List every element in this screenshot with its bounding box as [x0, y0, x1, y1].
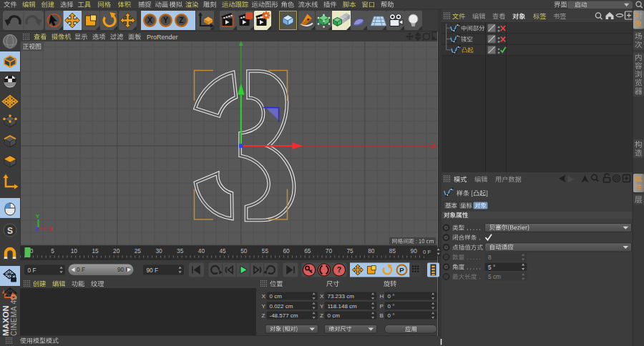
svg-text:-48.577 cm: -48.577 cm — [270, 312, 298, 319]
svg-text:0.022 cm: 0.022 cm — [270, 303, 293, 310]
svg-text:0 °: 0 ° — [388, 312, 395, 319]
svg-text:5 °: 5 ° — [488, 264, 495, 271]
svg-text:Z: Z — [320, 312, 323, 319]
svg-text:Y: Y — [163, 16, 168, 24]
svg-text:85: 85 — [389, 247, 396, 254]
svg-text:Z: Z — [36, 226, 39, 232]
svg-text:X: X — [320, 293, 324, 300]
svg-text:5: 5 — [51, 247, 54, 254]
svg-text:15: 15 — [92, 247, 99, 254]
svg-text:Y: Y — [262, 303, 266, 310]
svg-text:H: H — [380, 293, 384, 300]
svg-text:90 F: 90 F — [147, 267, 159, 274]
svg-text:X: X — [147, 16, 152, 24]
svg-text:ProRender: ProRender — [147, 34, 178, 41]
svg-text:MAXON: MAXON — [1, 305, 10, 336]
svg-text:P: P — [399, 266, 404, 274]
svg-text:25: 25 — [135, 247, 142, 254]
svg-text:0 F: 0 F — [423, 249, 431, 255]
svg-text:CINEMA 4D: CINEMA 4D — [10, 295, 18, 336]
svg-text:0 cm: 0 cm — [328, 312, 341, 319]
svg-text:45: 45 — [219, 247, 226, 254]
svg-text:118.148 cm: 118.148 cm — [328, 303, 358, 310]
svg-text:0 cm: 0 cm — [270, 293, 283, 300]
svg-text:?: ? — [337, 265, 341, 274]
svg-text:65: 65 — [304, 247, 311, 254]
svg-text:50: 50 — [240, 247, 248, 254]
svg-text:B: B — [380, 312, 384, 319]
svg-text:8: 8 — [488, 254, 492, 261]
svg-text:35: 35 — [177, 247, 184, 254]
svg-text:80: 80 — [368, 247, 375, 254]
svg-text:P: P — [380, 303, 384, 310]
svg-text:20: 20 — [113, 247, 120, 254]
svg-text:30: 30 — [155, 247, 162, 254]
svg-text:0 °: 0 ° — [388, 303, 395, 310]
svg-text:0 F: 0 F — [77, 266, 85, 273]
svg-text:Y: Y — [320, 303, 324, 310]
svg-text:90: 90 — [411, 247, 418, 254]
svg-text:75: 75 — [347, 247, 354, 254]
svg-text:Z: Z — [179, 16, 184, 24]
svg-text:Y: Y — [36, 213, 40, 219]
svg-text:X: X — [49, 226, 53, 232]
svg-text:Z: Z — [262, 312, 265, 319]
svg-text:55: 55 — [262, 247, 269, 254]
svg-text:70: 70 — [326, 247, 333, 254]
svg-text:60: 60 — [283, 247, 290, 254]
svg-text:S: S — [7, 226, 13, 236]
svg-text:5 cm: 5 cm — [488, 273, 501, 280]
svg-text:0 °: 0 ° — [388, 293, 395, 300]
svg-text:73.233 cm: 73.233 cm — [328, 293, 355, 300]
svg-text:10: 10 — [71, 247, 78, 254]
svg-text:X: X — [262, 293, 266, 300]
svg-text:0 F: 0 F — [28, 267, 36, 274]
svg-text:40: 40 — [198, 247, 205, 254]
